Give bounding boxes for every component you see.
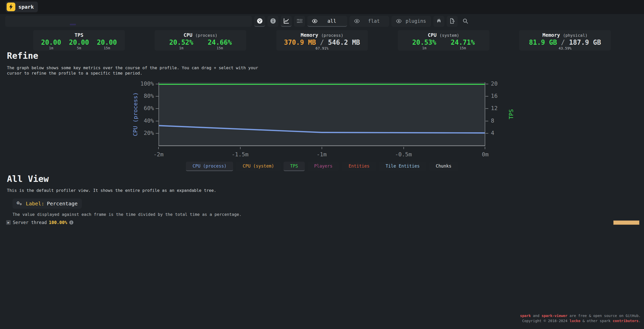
export-button[interactable] xyxy=(447,16,458,27)
memory-process-value: 370.9 MB / 546.2 MB xyxy=(276,39,368,46)
gauge-button[interactable] xyxy=(254,16,265,27)
all-view-section: All View This is the default profiler vi… xyxy=(7,174,242,217)
contributors-link[interactable]: contributors xyxy=(613,319,638,323)
metric-button-players[interactable]: Players xyxy=(308,162,339,171)
left-axis-tick-label: 100% xyxy=(123,80,154,87)
thread-name: Server thread xyxy=(13,220,47,225)
view-flat-label: flat xyxy=(363,18,385,24)
metric-button-chunks[interactable]: Chunks xyxy=(429,162,458,171)
cpu-system-widget[interactable]: CPU (system) 20.53% 1m 24.71% 15m xyxy=(398,30,489,51)
metric-buttons-row: CPU (process) CPU (system) TPS Players E… xyxy=(0,162,644,171)
memory-physical-widget[interactable]: Memory (physical) 81.9 GB / 187.9 GB 43.… xyxy=(519,30,611,51)
file-export-icon xyxy=(449,18,455,24)
series-cpu-process- xyxy=(159,126,485,133)
toolbar: all flat plugins xyxy=(5,16,471,27)
thread-percent-bar xyxy=(613,220,639,225)
axis-tick xyxy=(156,133,159,134)
axis-tick xyxy=(485,84,488,84)
memory-physical-percent: 43.59% xyxy=(519,46,611,50)
metric-button-entities[interactable]: Entities xyxy=(342,162,376,171)
view-all-button[interactable]: all xyxy=(307,16,347,27)
widget-title: Memory (process) xyxy=(276,32,368,38)
axis-tick xyxy=(485,133,488,134)
cpu-process-widget[interactable]: CPU (process) 20.52% 1m 24.66% 15m xyxy=(155,30,246,51)
metric-button-cpu-process[interactable]: CPU (process) xyxy=(186,162,233,171)
top-bar: spark xyxy=(0,0,644,14)
left-axis-tick-label: 80% xyxy=(123,93,154,99)
info-icon xyxy=(270,18,276,24)
lucko-link[interactable]: lucko xyxy=(570,319,580,323)
footer-line-2: Copyright © 2018-2024 lucko & other spar… xyxy=(520,318,641,323)
all-view-description: This is the default profiler view. It sh… xyxy=(7,188,242,193)
toolbar-title-area[interactable] xyxy=(5,16,252,27)
spark-logo[interactable]: spark xyxy=(6,2,38,12)
label-selector[interactable]: ⚙⚙ Label: Percentage xyxy=(13,198,82,209)
view-plugins-button[interactable]: plugins xyxy=(391,16,431,27)
axis-tick xyxy=(156,84,159,84)
search-button[interactable] xyxy=(460,16,471,27)
label-description: The value displayed against each frame i… xyxy=(13,212,242,217)
toolbar-selection-dash xyxy=(70,24,76,25)
left-axis-tick-label: 20% xyxy=(123,130,154,136)
axis-tick xyxy=(485,147,485,149)
right-axis-title: TPS xyxy=(508,109,514,119)
axis-tick xyxy=(485,108,488,109)
right-axis-tick-label: 12 xyxy=(491,105,511,112)
footer-line-1: spark and spark-viewer are free & open s… xyxy=(520,313,641,318)
tps-5m: 20.00 5m xyxy=(69,39,89,50)
right-axis-tick-label: 20 xyxy=(491,80,511,87)
refine-section: Refine The graph below shows some key me… xyxy=(7,51,265,76)
gauge-icon xyxy=(257,18,263,24)
widget-title: CPU (process) xyxy=(155,32,246,38)
label-value: Percentage xyxy=(47,201,77,207)
cpu-process-1m: 20.52% 1m xyxy=(169,39,193,50)
thread-percent: 100.00% xyxy=(49,220,67,225)
eye-icon xyxy=(396,19,402,23)
sliders-icon xyxy=(297,18,303,24)
right-axis-tick-label: 4 xyxy=(491,130,511,136)
tps-widget[interactable]: TPS 20.00 1m 20.00 5m 20.00 15m xyxy=(33,30,125,51)
axis-tick xyxy=(240,147,241,149)
metric-button-cpu-system[interactable]: CPU (system) xyxy=(236,162,281,171)
axis-tick xyxy=(156,108,159,109)
memory-process-widget[interactable]: Memory (process) 370.9 MB / 546.2 MB 67.… xyxy=(276,30,368,51)
thread-row-server-thread[interactable]: ▶ Server thread 100.00% i xyxy=(6,220,73,225)
refine-chart-plot[interactable] xyxy=(159,82,485,146)
view-flat-button[interactable]: flat xyxy=(349,16,389,27)
flame-view-button[interactable] xyxy=(433,16,444,27)
gears-icon: ⚙⚙ xyxy=(17,201,23,207)
metric-button-tile-entities[interactable]: Tile Entities xyxy=(379,162,426,171)
cpu-system-1m: 20.53% 1m xyxy=(412,39,436,50)
metric-button-tps[interactable]: TPS xyxy=(284,162,305,171)
expand-caret-icon[interactable]: ▶ xyxy=(6,220,11,225)
eye-icon xyxy=(354,19,360,23)
left-axis-title: CPU (process) xyxy=(132,92,139,136)
info-button[interactable] xyxy=(267,16,278,27)
footer: spark and spark-viewer are free & open s… xyxy=(520,313,641,323)
axis-tick xyxy=(156,121,159,121)
refine-title: Refine xyxy=(7,51,265,61)
graphs-button[interactable] xyxy=(281,16,292,27)
axis-tick xyxy=(485,96,488,97)
axis-tick xyxy=(322,147,322,149)
info-circle-icon[interactable]: i xyxy=(69,220,73,225)
x-axis-tick-label: -1m xyxy=(306,151,337,158)
spark-link[interactable]: spark xyxy=(520,314,531,318)
view-plugins-label: plugins xyxy=(405,18,426,24)
left-axis-tick-label: 60% xyxy=(123,105,154,112)
lightning-bolt-icon xyxy=(7,3,15,11)
axis-tick xyxy=(156,96,159,97)
widget-title: CPU (system) xyxy=(398,32,489,38)
axis-tick xyxy=(158,147,159,149)
spark-viewer-link[interactable]: spark-viewer xyxy=(541,314,567,318)
left-axis-tick-label: 40% xyxy=(123,118,154,124)
refine-description: The graph below shows some key metrics o… xyxy=(7,65,265,76)
settings-button[interactable] xyxy=(294,16,305,27)
search-icon xyxy=(462,18,468,24)
stats-row: TPS 20.00 1m 20.00 5m 20.00 15m CPU (pro… xyxy=(0,30,644,51)
chart-line-icon xyxy=(283,18,289,24)
axis-tick xyxy=(485,121,488,121)
cpu-process-15m: 24.66% 15m xyxy=(208,39,232,50)
x-axis-tick-label: 0m xyxy=(470,151,501,158)
cpu-system-15m: 24.71% 15m xyxy=(451,39,475,50)
